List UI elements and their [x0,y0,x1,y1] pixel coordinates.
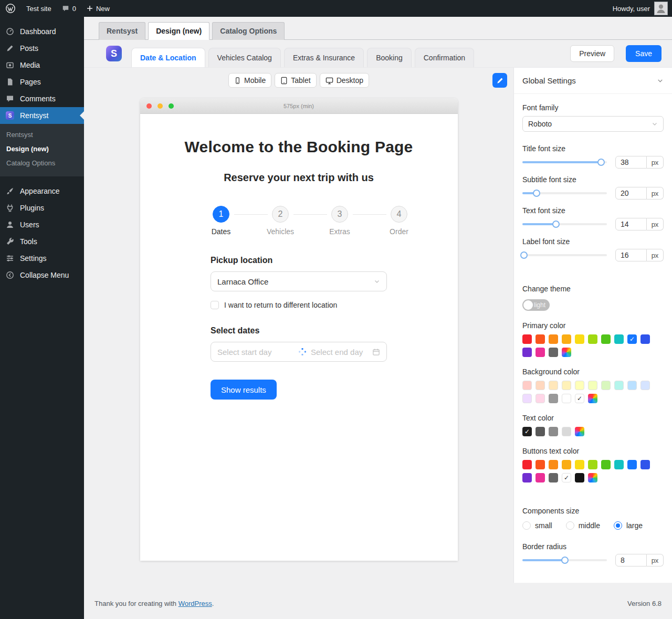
show-results-button[interactable]: Show results [211,380,277,400]
custom-color-swatch[interactable] [575,427,584,436]
sidebar-item-dashboard[interactable]: Dashboard [0,23,84,40]
radio-icon[interactable] [566,521,574,530]
sidebar-item-rentsyst[interactable]: S Rentsyst [0,107,84,124]
color-swatch[interactable] [588,381,597,390]
sidebar-item-plugins[interactable]: Plugins [0,200,84,216]
color-swatch[interactable] [575,334,584,344]
slider-handle[interactable] [552,221,560,228]
color-swatch[interactable] [588,460,597,469]
custom-color-swatch[interactable] [588,473,597,482]
color-swatch[interactable] [522,394,532,403]
end-date-placeholder[interactable]: Select end day [311,348,368,356]
custom-color-swatch[interactable] [562,348,571,357]
color-swatch[interactable] [601,334,611,344]
color-swatch[interactable] [549,394,558,403]
site-name-link[interactable]: Test site [21,0,57,17]
tab-catalog-options[interactable]: Catalog Options [212,22,285,40]
color-swatch[interactable] [614,334,624,344]
step-order[interactable]: 4 Order [370,206,429,236]
tab-vehicles-catalog[interactable]: Vehicles Catalog [208,48,281,67]
step-vehicles[interactable]: 2 Vehicles [251,206,310,236]
border-radius-input[interactable] [615,554,647,566]
slider-handle[interactable] [520,251,528,259]
color-swatch[interactable]: ✓ [562,473,571,482]
size-option-small[interactable]: small [522,521,552,530]
desktop-view-button[interactable]: Desktop [320,73,369,88]
preview-button[interactable]: Preview [570,45,614,62]
color-swatch[interactable]: ✓ [522,427,532,436]
date-range-picker[interactable]: Select start day Select end day [211,342,387,362]
pickup-location-select[interactable]: Larnaca Office [211,271,387,291]
color-swatch[interactable] [549,348,558,357]
sidebar-item-users[interactable]: Users [0,216,84,233]
sidebar-item-comments[interactable]: Comments [0,90,84,107]
new-content-button[interactable]: New [81,0,115,17]
slider-handle[interactable] [533,190,540,197]
color-swatch[interactable] [627,381,637,390]
color-swatch[interactable] [575,381,584,390]
wordpress-logo-icon[interactable] [0,0,21,17]
label-font-size-slider[interactable] [522,254,607,256]
global-settings-header[interactable]: Global Settings [514,68,672,94]
slider-handle[interactable] [561,557,569,564]
text-font-size-input[interactable] [615,218,647,230]
color-swatch[interactable] [627,460,637,469]
color-swatch[interactable] [549,473,558,482]
color-swatch[interactable] [522,334,532,344]
tab-booking[interactable]: Booking [367,48,412,67]
color-swatch[interactable] [549,381,558,390]
color-swatch[interactable] [536,427,545,436]
color-swatch[interactable] [536,381,545,390]
step-dates[interactable]: 1 Dates [192,206,251,236]
sidebar-item-pages[interactable]: Pages [0,74,84,90]
color-swatch[interactable] [588,334,597,344]
color-swatch[interactable] [614,381,624,390]
tab-confirmation[interactable]: Confirmation [415,48,474,67]
color-swatch[interactable] [522,381,532,390]
color-swatch[interactable] [549,460,558,469]
color-swatch[interactable] [522,348,532,357]
subtitle-font-size-input[interactable] [615,187,647,200]
tab-date-location[interactable]: Date & Location [131,48,205,67]
step-extras[interactable]: 3 Extras [310,206,370,236]
font-family-select[interactable]: Roboto [522,116,664,132]
return-location-checkbox[interactable] [211,301,219,309]
color-swatch[interactable] [522,460,532,469]
sidebar-item-collapse-menu[interactable]: Collapse Menu [0,267,84,284]
title-font-size-input[interactable] [615,156,647,169]
theme-toggle[interactable]: light [522,299,550,311]
label-font-size-input[interactable] [615,249,647,261]
submenu-item-design-new[interactable]: Design (new) [0,142,84,156]
sidebar-item-appearance[interactable]: Appearance [0,183,84,200]
submenu-item-rentsyst[interactable]: Rentsyst [0,128,84,142]
custom-color-swatch[interactable] [588,394,597,403]
color-swatch[interactable] [601,381,611,390]
tab-design-new[interactable]: Design (new) [148,22,209,40]
save-button[interactable]: Save [626,45,662,62]
tab-rentsyst[interactable]: Rentsyst [99,22,145,40]
color-swatch[interactable] [536,460,545,469]
color-swatch[interactable] [536,473,545,482]
color-swatch[interactable] [640,381,650,390]
size-option-middle[interactable]: middle [566,521,600,530]
color-swatch[interactable] [562,334,571,344]
comments-bubble[interactable]: 0 [57,0,81,17]
color-swatch[interactable] [614,460,624,469]
border-radius-slider[interactable] [522,559,607,561]
color-swatch[interactable] [601,460,611,469]
color-swatch[interactable] [575,460,584,469]
color-swatch[interactable] [640,334,650,344]
color-swatch[interactable]: ✓ [627,334,637,344]
sidebar-item-media[interactable]: Media [0,57,84,74]
title-font-size-slider[interactable] [522,161,607,163]
color-swatch[interactable] [575,473,584,482]
tab-extras-insurance[interactable]: Extras & Insurance [284,48,364,67]
color-swatch[interactable] [549,427,558,436]
color-swatch[interactable] [562,460,571,469]
color-swatch[interactable] [536,334,545,344]
howdy-text[interactable]: Howdy, user [613,5,650,13]
size-option-large[interactable]: large [614,521,643,530]
submenu-item-catalog-options[interactable]: Catalog Options [0,156,84,170]
radio-icon[interactable] [522,521,531,530]
color-swatch[interactable] [562,394,571,403]
